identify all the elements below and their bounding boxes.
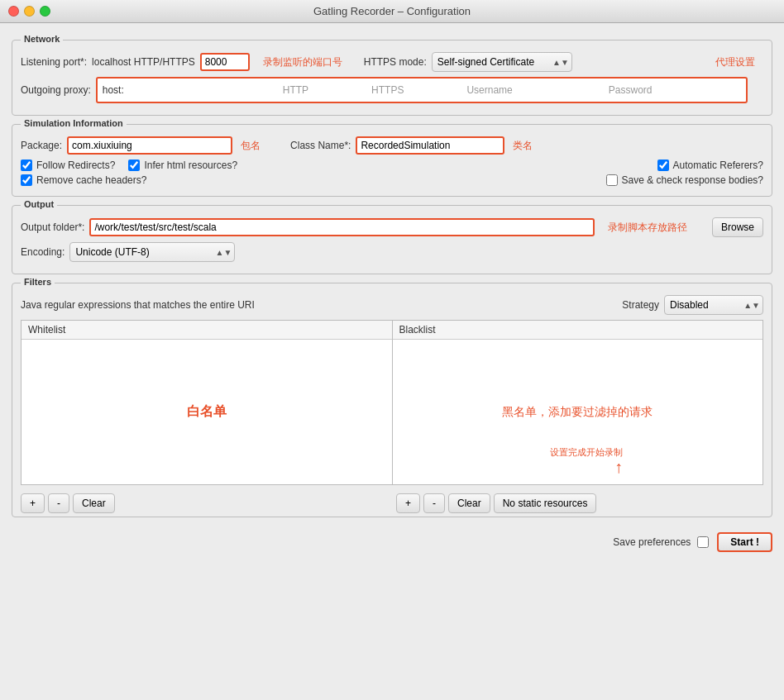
proxy-password-input[interactable] xyxy=(658,81,741,99)
blacklist-clear-button[interactable]: Clear xyxy=(448,493,490,513)
maximize-button[interactable] xyxy=(40,6,50,17)
port-annotation: 录制监听的端口号 xyxy=(263,55,342,69)
output-section: Output Output folder*: 录制脚本存放路径 Browse E… xyxy=(12,205,772,274)
listening-port-input[interactable] xyxy=(200,53,250,71)
title-bar: Gatling Recorder – Configuration xyxy=(0,0,784,23)
network-section: Network Listening port*: localhost HTTP/… xyxy=(12,40,772,116)
output-folder-input[interactable] xyxy=(89,218,595,236)
proxy-row: Outgoing proxy: host: HTTP HTTPS Usernam… xyxy=(21,77,763,103)
encoding-row: Encoding: Unicode (UTF-8) UTF-16 ISO-885… xyxy=(21,242,763,262)
https-mode-select-wrapper[interactable]: Self-signed Certificate Provided KeyStor… xyxy=(432,52,572,72)
proxy-username-label: Username xyxy=(466,84,512,96)
remove-cache-item: Remove cache headers? xyxy=(21,174,146,186)
encoding-select-wrapper[interactable]: Unicode (UTF-8) UTF-16 ISO-8859-1 ▲▼ xyxy=(69,242,235,262)
bottom-bar: Save preferences Start ! xyxy=(12,526,772,552)
save-check-label: Save & check response bodies? xyxy=(622,174,763,186)
https-mode-select[interactable]: Self-signed Certificate Provided KeyStor… xyxy=(432,52,572,72)
infer-html-checkbox[interactable] xyxy=(128,160,140,171)
encoding-label: Encoding: xyxy=(21,246,65,258)
whitelist-buttons: + - Clear xyxy=(21,493,388,513)
simulation-section: Simulation Information Package: 包名 Class… xyxy=(12,124,772,197)
proxy-password-label: Password xyxy=(609,84,653,96)
whitelist-header: Whitelist xyxy=(22,321,392,340)
minimize-button[interactable] xyxy=(24,6,35,17)
classname-label: Class Name*: xyxy=(290,140,351,151)
whitelist-add-button[interactable]: + xyxy=(21,493,45,513)
https-mode-label: HTTPS mode: xyxy=(364,56,427,68)
package-input[interactable] xyxy=(67,136,232,155)
save-check-item: Save & check response bodies? xyxy=(606,174,763,186)
no-static-resources-button[interactable]: No static resources xyxy=(494,493,597,513)
strategy-select-wrapper[interactable]: Disabled Whitelist first Blacklist first… xyxy=(664,295,763,315)
infer-html-item: Infer html resources? xyxy=(128,160,237,171)
output-folder-row: Output folder*: 录制脚本存放路径 Browse xyxy=(21,217,763,237)
network-section-title: Network xyxy=(21,34,63,44)
whitelist-pane: Whitelist 白名单 xyxy=(22,321,393,484)
proxy-username-input[interactable] xyxy=(519,81,602,99)
outgoing-proxy-label: Outgoing proxy: xyxy=(21,84,91,96)
proxy-annotation: 代理设置 xyxy=(715,55,755,69)
strategy-select[interactable]: Disabled Whitelist first Blacklist first xyxy=(664,295,763,315)
filters-header-row: Java regular expressions that matches th… xyxy=(21,295,763,315)
whitelist-content: 白名单 xyxy=(22,340,392,484)
start-annotation-wrapper: 设置完成开始录制 ↑ xyxy=(550,446,623,475)
localhost-label: localhost HTTP/HTTPS xyxy=(92,56,195,68)
listening-port-label: Listening port*: xyxy=(21,56,87,68)
automatic-referers-item: Automatic Referers? xyxy=(657,160,763,171)
output-folder-label: Output folder*: xyxy=(21,221,84,233)
follow-redirects-item: Follow Redirects? xyxy=(21,160,115,171)
whitelist-remove-button[interactable]: - xyxy=(48,493,69,513)
blacklist-header: Blacklist xyxy=(393,321,763,340)
package-label: Package: xyxy=(21,140,62,151)
encoding-select[interactable]: Unicode (UTF-8) UTF-16 ISO-8859-1 xyxy=(69,242,235,262)
start-button[interactable]: Start ! xyxy=(717,532,772,552)
proxy-http-port-input[interactable] xyxy=(315,81,365,99)
window-title: Gatling Recorder – Configuration xyxy=(313,5,471,17)
blacklist-annotation: 黑名单，添加要过滤掉的请求 xyxy=(502,405,653,420)
automatic-referers-label: Automatic Referers? xyxy=(673,160,763,171)
classname-input[interactable] xyxy=(356,136,504,155)
remove-cache-checkbox[interactable] xyxy=(21,174,32,186)
simulation-section-title: Simulation Information xyxy=(21,118,127,128)
package-annotation: 包名 xyxy=(241,139,261,153)
filters-section: Filters Java regular expressions that ma… xyxy=(12,283,772,517)
save-preferences-checkbox[interactable] xyxy=(697,536,709,548)
blacklist-add-button[interactable]: + xyxy=(396,493,420,513)
proxy-fields: host: HTTP HTTPS Username Password xyxy=(96,77,748,103)
proxy-https-port-input[interactable] xyxy=(410,81,460,99)
close-button[interactable] xyxy=(8,6,19,17)
infer-html-label: Infer html resources? xyxy=(144,160,237,171)
filter-lists: Whitelist 白名单 Blacklist 黑名单，添加要过滤掉的请求 xyxy=(21,320,763,485)
filters-section-title: Filters xyxy=(21,277,55,287)
checkbox-row-2: Remove cache headers? Save & check respo… xyxy=(21,174,763,186)
start-annotation: 设置完成开始录制 xyxy=(550,447,623,457)
follow-redirects-checkbox[interactable] xyxy=(21,160,32,171)
strategy-label: Strategy xyxy=(622,299,659,311)
browse-button[interactable]: Browse xyxy=(712,217,763,237)
checkbox-row-1: Follow Redirects? Infer html resources? … xyxy=(21,160,763,171)
listening-port-row: Listening port*: localhost HTTP/HTTPS 录制… xyxy=(21,52,763,72)
blacklist-remove-button[interactable]: - xyxy=(423,493,445,513)
output-section-title: Output xyxy=(21,199,57,209)
window-controls[interactable] xyxy=(8,6,50,17)
blacklist-buttons: + - Clear No static resources xyxy=(388,493,763,513)
proxy-http-label: HTTP xyxy=(283,84,308,96)
proxy-host-label: host: xyxy=(103,84,124,96)
proxy-https-label: HTTPS xyxy=(371,84,404,96)
folder-annotation: 录制脚本存放路径 xyxy=(608,221,707,235)
whitelist-annotation: 白名单 xyxy=(187,403,227,421)
save-check-checkbox[interactable] xyxy=(606,174,618,186)
whitelist-clear-button[interactable]: Clear xyxy=(73,493,115,513)
save-preferences-label: Save preferences xyxy=(613,536,691,548)
filters-description: Java regular expressions that matches th… xyxy=(21,299,255,311)
classname-annotation: 类名 xyxy=(513,139,533,153)
proxy-host-input[interactable] xyxy=(127,81,276,99)
follow-redirects-label: Follow Redirects? xyxy=(36,160,115,171)
up-arrow-icon: ↑ xyxy=(614,458,623,476)
package-classname-row: Package: 包名 Class Name*: 类名 xyxy=(21,136,763,155)
remove-cache-label: Remove cache headers? xyxy=(36,174,146,186)
automatic-referers-checkbox[interactable] xyxy=(657,160,669,171)
